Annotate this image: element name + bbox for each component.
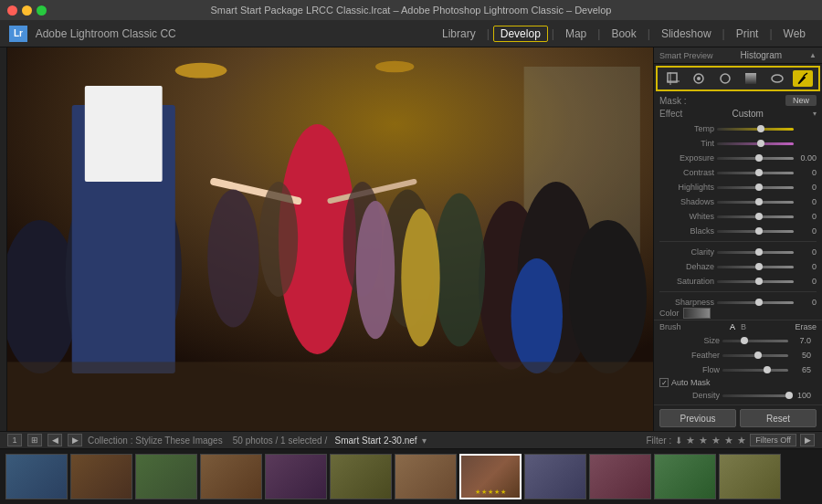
- brush-tab-b[interactable]: B: [741, 322, 746, 331]
- svg-point-21: [401, 208, 439, 346]
- effect-dropdown-arrow[interactable]: ▾: [813, 110, 817, 118]
- nav-item-book[interactable]: Book: [604, 26, 643, 42]
- brush-feather-slider[interactable]: [722, 354, 788, 357]
- filters-off-button[interactable]: Filters Off: [750, 434, 796, 446]
- nav-item-slideshow[interactable]: Slideshow: [654, 26, 719, 42]
- brush-size-row: Size 7.0: [659, 333, 817, 348]
- lr-icon: Lr: [9, 26, 27, 42]
- filmstrip-thumbnail[interactable]: ★★★★★: [459, 454, 522, 499]
- brush-flow-slider[interactable]: [722, 369, 788, 372]
- slider-track-clarity[interactable]: [717, 251, 794, 254]
- slider-thumb-highlights: [755, 184, 763, 191]
- slider-label-saturation: Saturation: [659, 277, 714, 286]
- minimize-button[interactable]: [22, 5, 32, 16]
- image-area: [7, 47, 653, 431]
- slider-track-shadows[interactable]: [717, 201, 794, 204]
- slider-thumb-dehaze: [755, 263, 763, 270]
- panel-collapse-arrow[interactable]: ▲: [809, 51, 817, 59]
- brush-feather-row: Feather 50: [659, 348, 817, 362]
- slider-track-blacks[interactable]: [717, 230, 794, 233]
- nav-forward-button[interactable]: ▶: [68, 434, 82, 446]
- brush-size-slider[interactable]: [722, 340, 788, 342]
- nav-item-library[interactable]: Library: [435, 26, 483, 42]
- brush-density-slider[interactable]: [722, 394, 788, 397]
- svg-point-17: [259, 182, 298, 297]
- slider-value-saturation: 0: [796, 277, 817, 286]
- new-mask-button[interactable]: New: [785, 95, 817, 106]
- gradient-filter-tool[interactable]: [741, 70, 761, 87]
- star-filter-2[interactable]: ★: [699, 435, 708, 446]
- star-filter-3[interactable]: ★: [711, 435, 721, 446]
- slider-track-temp[interactable]: [717, 128, 794, 131]
- filmstrip-thumbnail[interactable]: [330, 454, 392, 499]
- slider-thumb-contrast: [755, 169, 763, 176]
- color-swatch[interactable]: [683, 308, 711, 319]
- redeye-tool[interactable]: [715, 70, 735, 87]
- mask-label: Mask :: [659, 96, 686, 106]
- filename: Smart Start 2-30.nef: [335, 436, 417, 446]
- nav-item-map[interactable]: Map: [558, 26, 594, 42]
- slider-label-shadows: Shadows: [659, 197, 714, 206]
- grid-view-button[interactable]: ⊞: [27, 434, 42, 446]
- slider-track-highlights[interactable]: [717, 186, 794, 189]
- svg-rect-12: [85, 86, 163, 182]
- erase-button[interactable]: Erase: [795, 322, 817, 331]
- filmstrip-thumbnail[interactable]: [589, 454, 651, 499]
- slider-thumb-whites: [755, 213, 763, 220]
- filmstrip-thumbnail[interactable]: [265, 454, 327, 499]
- slider-track-sharpness[interactable]: [717, 301, 794, 304]
- adjustment-brush-tool[interactable]: [793, 70, 813, 87]
- maximize-button[interactable]: [37, 5, 47, 16]
- slider-thumb-blacks: [755, 227, 763, 235]
- effect-value[interactable]: Custom: [732, 109, 763, 119]
- slider-track-exposure[interactable]: [717, 157, 794, 160]
- nav-item-develop[interactable]: Develop: [493, 26, 548, 42]
- slider-row-temp: Temp: [654, 121, 822, 136]
- close-button[interactable]: [7, 5, 17, 16]
- spot-removal-tool[interactable]: [689, 70, 709, 87]
- crop-tool[interactable]: [663, 70, 683, 87]
- filmstrip-thumbnail[interactable]: [200, 454, 262, 499]
- nav-item-print[interactable]: Print: [729, 26, 766, 42]
- filmstrip-thumbnail[interactable]: [524, 454, 586, 499]
- smart-preview-label: Smart Preview: [659, 51, 713, 60]
- slider-label-exposure: Exposure: [659, 153, 714, 163]
- slider-track-dehaze[interactable]: [717, 266, 794, 268]
- brush-feather-label: Feather: [665, 351, 720, 360]
- slider-track-saturation[interactable]: [717, 280, 794, 283]
- svg-rect-23: [7, 362, 653, 431]
- filter-section: Filter : ⬇ ★ ★ ★ ★ ★ Filters Off ▶: [646, 434, 815, 446]
- reset-button[interactable]: Reset: [740, 409, 817, 427]
- filmstrip-thumbnail[interactable]: [654, 454, 716, 499]
- histogram-label[interactable]: Histogram: [741, 50, 783, 60]
- filmstrip-thumbnail[interactable]: [395, 454, 457, 499]
- slider-track-whites[interactable]: [717, 215, 794, 218]
- nav-back-button[interactable]: ◀: [47, 434, 62, 446]
- filmstrip-thumbnail[interactable]: [70, 454, 132, 499]
- slider-track-tint[interactable]: [717, 142, 794, 145]
- brush-tabs: A B: [730, 322, 746, 331]
- page-number[interactable]: 1: [7, 434, 22, 446]
- filmstrip-expand-button[interactable]: ▶: [800, 434, 815, 446]
- panel-bottom-buttons: Previous Reset: [654, 404, 822, 431]
- slider-label-highlights: Highlights: [659, 183, 714, 192]
- radial-filter-tool[interactable]: [767, 70, 787, 87]
- brush-tab-a[interactable]: A: [730, 322, 735, 331]
- star-filter-1[interactable]: ★: [686, 435, 695, 446]
- star-filter-4[interactable]: ★: [724, 435, 733, 446]
- window-title: Smart Start Package LRCC Classic.lrcat –…: [211, 5, 612, 16]
- slider-value-blacks: 0: [796, 226, 817, 236]
- filmstrip-thumbnail[interactable]: [719, 454, 781, 499]
- auto-mask-checkbox[interactable]: ✓: [659, 378, 669, 387]
- nav-item-web[interactable]: Web: [776, 26, 813, 42]
- app-header: Lr Adobe Lightroom Classic CC Library | …: [0, 20, 822, 47]
- filmstrip-thumbnail[interactable]: [135, 454, 197, 499]
- slider-label-clarity: Clarity: [659, 247, 714, 257]
- slider-row-exposure: Exposure0.00: [654, 151, 822, 165]
- star-filter-5[interactable]: ★: [737, 435, 746, 446]
- left-panel: [0, 47, 7, 431]
- slider-track-contrast[interactable]: [717, 172, 794, 174]
- previous-button[interactable]: Previous: [659, 409, 736, 427]
- filmstrip-thumbnail[interactable]: [5, 454, 68, 499]
- section-divider: [659, 291, 817, 292]
